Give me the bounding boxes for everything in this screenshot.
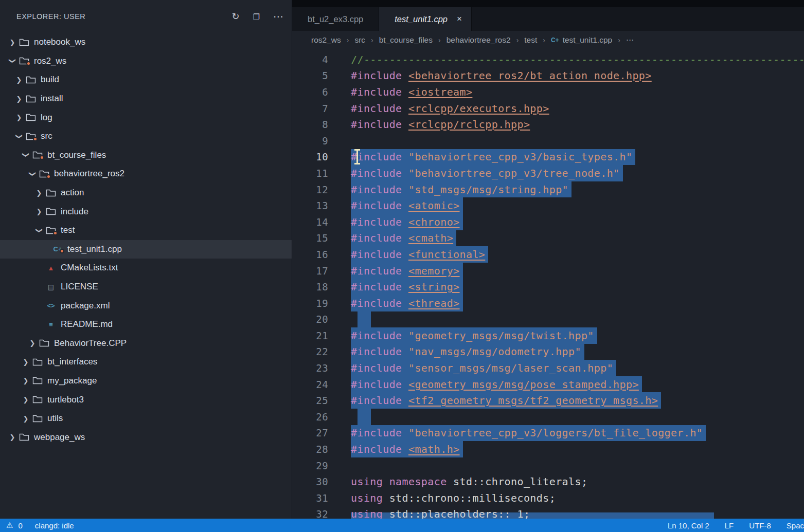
code-line-18[interactable]: 18#include <string> <box>292 279 804 295</box>
line-number[interactable]: 8 <box>292 119 351 130</box>
tab-test_unit1[interactable]: test_unit1.cpp × <box>379 7 472 31</box>
line-number[interactable]: 30 <box>292 476 351 487</box>
code-line-16[interactable]: 16#include <functional> <box>292 246 804 263</box>
cursor-position[interactable]: Ln 10, Col 2 <box>668 521 709 530</box>
breadcrumb-item-bt_course_files[interactable]: bt_course_files <box>379 35 433 45</box>
line-number[interactable]: 13 <box>292 200 351 211</box>
tree-item-utils[interactable]: ❯utils <box>0 409 292 428</box>
code-line-12[interactable]: 12#include "std_msgs/msg/string.hpp" <box>292 181 804 198</box>
chevron-down-icon[interactable]: ❯ <box>15 131 23 141</box>
tree-item-build[interactable]: ❯build <box>0 70 292 89</box>
breadcrumb-item-src[interactable]: src <box>354 35 365 45</box>
chevron-right-icon[interactable]: ❯ <box>14 114 24 121</box>
line-number[interactable]: 6 <box>292 86 351 98</box>
line-number[interactable]: 26 <box>292 411 351 423</box>
breadcrumb-overflow[interactable]: ⋯ <box>626 35 634 45</box>
code-line-19[interactable]: 19#include <thread> <box>292 295 804 311</box>
chevron-down-icon[interactable]: ❯ <box>9 56 16 66</box>
code-line-31[interactable]: 31using std::chrono::milliseconds; <box>292 490 804 506</box>
breadcrumb-item-file[interactable]: test_unit1.cpp <box>563 35 613 45</box>
line-number[interactable]: 7 <box>292 103 351 114</box>
tree-item-test_unit1.cpp[interactable]: ❯C+test_unit1.cpp <box>0 240 292 259</box>
tree-item-log[interactable]: ❯log <box>0 108 292 127</box>
tab-bt_u2_ex3[interactable]: bt_u2_ex3.cpp <box>292 7 379 31</box>
line-number[interactable]: 19 <box>292 298 351 309</box>
line-number[interactable]: 23 <box>292 362 351 374</box>
chevron-right-icon[interactable]: ❯ <box>27 339 38 347</box>
code-line-22[interactable]: 22#include "nav_msgs/msg/odometry.hpp" <box>292 344 804 360</box>
code-line-10[interactable]: 10#include "behaviortree_cpp_v3/basic_ty… <box>292 149 804 166</box>
code-line-29[interactable]: 29 <box>292 457 804 474</box>
warning-count[interactable]: 0 <box>18 521 22 530</box>
tree-item-my_package[interactable]: ❯my_package <box>0 372 292 391</box>
chevron-right-icon[interactable]: ❯ <box>21 396 31 403</box>
indentation-indicator[interactable]: Spac <box>787 521 804 530</box>
code-line-14[interactable]: 14#include <chrono> <box>292 214 804 230</box>
tree-item-bt_interfaces[interactable]: ❯bt_interfaces <box>0 353 292 372</box>
line-number[interactable]: 12 <box>292 184 351 195</box>
breadcrumb-item-behaviortree_ros2[interactable]: behaviortree_ros2 <box>446 35 511 45</box>
more-actions-icon[interactable]: ⋯ <box>273 11 283 22</box>
line-number[interactable]: 31 <box>292 492 351 504</box>
chevron-right-icon[interactable]: ❯ <box>21 415 31 423</box>
code-line-17[interactable]: 17#include <memory> <box>292 263 804 279</box>
tree-item-install[interactable]: ❯install <box>0 89 292 108</box>
code-line-27[interactable]: 27#include "behaviortree_cpp_v3/loggers/… <box>292 425 804 442</box>
line-number[interactable]: 22 <box>292 346 351 357</box>
code-line-24[interactable]: 24#include <geometry_msgs/msg/pose_stamp… <box>292 376 804 393</box>
encoding-indicator[interactable]: UTF-8 <box>749 521 771 530</box>
chevron-right-icon[interactable]: ❯ <box>14 95 24 103</box>
code-line-9[interactable]: 9 <box>292 133 804 149</box>
code-line-13[interactable]: 13#include <atomic> <box>292 197 804 214</box>
code-line-7[interactable]: 7#include <rclcpp/executors.hpp> <box>292 100 804 117</box>
line-number[interactable]: 10 <box>292 151 351 162</box>
line-number[interactable]: 11 <box>292 168 351 179</box>
line-number[interactable]: 4 <box>292 54 351 65</box>
line-number[interactable]: 24 <box>292 379 351 390</box>
chevron-right-icon[interactable]: ❯ <box>34 208 44 215</box>
code-line-28[interactable]: 28#include <math.h> <box>292 441 804 457</box>
tree-item-README.md[interactable]: ❯≡README.md <box>0 315 292 334</box>
tree-item-include[interactable]: ❯include <box>0 202 292 221</box>
line-number[interactable]: 15 <box>292 232 351 244</box>
line-number[interactable]: 14 <box>292 216 351 228</box>
line-number[interactable]: 28 <box>292 444 351 455</box>
chevron-down-icon[interactable]: ❯ <box>35 225 43 235</box>
chevron-right-icon[interactable]: ❯ <box>14 76 24 84</box>
chevron-right-icon[interactable]: ❯ <box>7 39 17 46</box>
tree-item-turtlebot3[interactable]: ❯turtlebot3 <box>0 390 292 409</box>
line-number[interactable]: 5 <box>292 70 351 81</box>
breadcrumb-item-ros2_ws[interactable]: ros2_ws <box>311 35 341 45</box>
line-number[interactable]: 9 <box>292 135 351 146</box>
tree-item-webpage_ws[interactable]: ❯webpage_ws <box>0 428 292 447</box>
code-line-4[interactable]: 4//-------------------------------------… <box>292 51 804 68</box>
line-number[interactable]: 29 <box>292 460 351 471</box>
tree-item-package.xml[interactable]: ❯<>package.xml <box>0 296 292 315</box>
tree-item-ros2_ws[interactable]: ❯ros2_ws <box>0 52 292 71</box>
code-line-8[interactable]: 8#include <rclcpp/rclcpp.hpp> <box>292 116 804 133</box>
code-line-30[interactable]: 30using namespace std::chrono_literals; <box>292 473 804 490</box>
line-number[interactable]: 32 <box>292 508 351 519</box>
refresh-icon[interactable]: ↻ <box>231 12 239 21</box>
tree-item-notebook_ws[interactable]: ❯notebook_ws <box>0 33 292 52</box>
warning-icon[interactable]: ⚠ <box>6 521 13 530</box>
code-line-23[interactable]: 23#include "sensor_msgs/msg/laser_scan.h… <box>292 360 804 376</box>
code-line-11[interactable]: 11#include "behaviortree_cpp_v3/tree_nod… <box>292 165 804 181</box>
tree-item-bt_course_files[interactable]: ❯bt_course_files <box>0 146 292 165</box>
tree-item-action[interactable]: ❯action <box>0 184 292 203</box>
code-line-20[interactable]: 20 <box>292 311 804 328</box>
tree-item-src[interactable]: ❯src <box>0 127 292 146</box>
line-number[interactable]: 25 <box>292 395 351 406</box>
chevron-right-icon[interactable]: ❯ <box>21 358 31 366</box>
tree-item-behaviortree_ros2[interactable]: ❯behaviortree_ros2 <box>0 164 292 184</box>
line-number[interactable]: 17 <box>292 265 351 277</box>
chevron-down-icon[interactable]: ❯ <box>29 169 37 179</box>
code-line-21[interactable]: 21#include "geometry_msgs/msg/twist.hpp" <box>292 327 804 344</box>
chevron-right-icon[interactable]: ❯ <box>21 377 31 384</box>
close-icon[interactable]: × <box>457 14 462 24</box>
clangd-status[interactable]: clangd: idle <box>35 521 74 530</box>
code-editor[interactable]: 4//-------------------------------------… <box>292 49 804 519</box>
code-line-26[interactable]: 26 <box>292 409 804 425</box>
chevron-right-icon[interactable]: ❯ <box>7 433 17 441</box>
chevron-down-icon[interactable]: ❯ <box>22 150 30 160</box>
